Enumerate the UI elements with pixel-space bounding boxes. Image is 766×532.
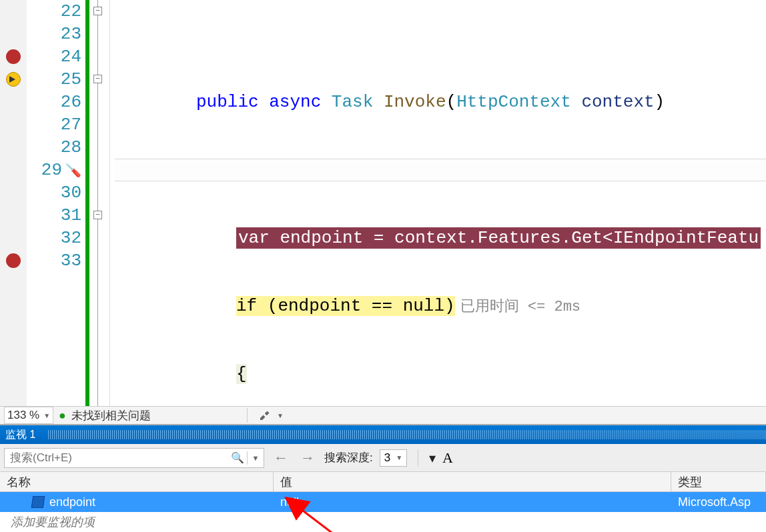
outline-gutter[interactable]: − − −	[91, 0, 115, 406]
col-header-value[interactable]: 值	[274, 472, 671, 491]
col-header-type[interactable]: 类型	[671, 472, 766, 491]
error-list-summary[interactable]: 未找到相关问题	[71, 408, 151, 423]
watch-grid-header: 名称 值 类型	[0, 472, 766, 492]
watch-grid[interactable]: 名称 值 类型 endpoint null Microsoft.Asp 添加要监…	[0, 472, 766, 532]
current-line-highlight: if (endpoint == null)	[236, 296, 455, 316]
fold-toggle-icon[interactable]: −	[93, 75, 102, 83]
perf-tip[interactable]: 已用时间 <= 2ms	[460, 299, 581, 315]
fold-toggle-icon[interactable]: −	[93, 211, 102, 219]
check-circle-icon: ●	[59, 409, 66, 423]
chevron-down-icon[interactable]: ▼	[248, 454, 264, 462]
watch-add-row[interactable]: 添加要监视的项	[0, 512, 766, 532]
quick-action-icon[interactable]: 🪛	[65, 162, 81, 179]
executed-code-highlight: var endpoint = context.Features.Get<IEnd…	[236, 227, 761, 249]
chevron-down-icon: ▼	[43, 412, 50, 419]
watch-var-type: Microsoft.Asp	[671, 492, 766, 512]
code-editor[interactable]: 22 23 24 25 26 27 28 29🪛 30 31 32 33 − −…	[0, 0, 766, 406]
watch-toolbar: 🔍 ▼ ← → 搜索深度: 3 ▼ ▾ A	[0, 444, 766, 472]
search-depth-dropdown[interactable]: 3 ▼	[380, 449, 407, 467]
watch-panel-title[interactable]: 监视 1	[0, 425, 766, 444]
search-input[interactable]	[5, 449, 228, 467]
search-depth-label: 搜索深度:	[324, 450, 373, 465]
chevron-down-icon: ▼	[396, 454, 402, 461]
col-header-name[interactable]: 名称	[0, 472, 274, 491]
nav-back-button[interactable]: ←	[271, 449, 291, 467]
watch-var-name: endpoint	[49, 495, 95, 509]
object-icon	[31, 496, 45, 508]
watch-row[interactable]: endpoint null Microsoft.Asp	[0, 492, 766, 512]
code-area[interactable]: public async Task Invoke(HttpContext con…	[115, 0, 766, 406]
watch-panel: 监视 1 🔍 ▼ ← → 搜索深度: 3 ▼ ▾ A 名称 值	[0, 424, 766, 532]
breakpoint-icon[interactable]	[6, 253, 21, 268]
current-statement-icon[interactable]	[6, 72, 21, 87]
breakpoint-icon[interactable]	[6, 49, 21, 64]
cleanup-icon[interactable]	[258, 408, 270, 423]
watch-search[interactable]: 🔍 ▼	[4, 448, 264, 468]
line-number-gutter: 22 23 24 25 26 27 28 29🪛 30 31 32 33	[27, 0, 84, 406]
chevron-down-icon[interactable]: ▼	[277, 412, 284, 419]
change-tracking-bar	[84, 0, 91, 406]
editor-status-bar: 133 %▼ ● 未找到相关问题 ▼	[0, 406, 766, 424]
filter-icon[interactable]: ▾	[429, 450, 436, 466]
search-icon[interactable]: 🔍	[228, 451, 247, 464]
zoom-dropdown[interactable]: 133 %▼	[4, 407, 53, 424]
breakpoint-gutter[interactable]	[0, 0, 27, 406]
fold-toggle-icon[interactable]: −	[93, 7, 102, 15]
text-format-icon[interactable]: A	[442, 449, 453, 467]
watch-var-value: null	[274, 492, 671, 512]
nav-forward-button[interactable]: →	[298, 449, 318, 467]
